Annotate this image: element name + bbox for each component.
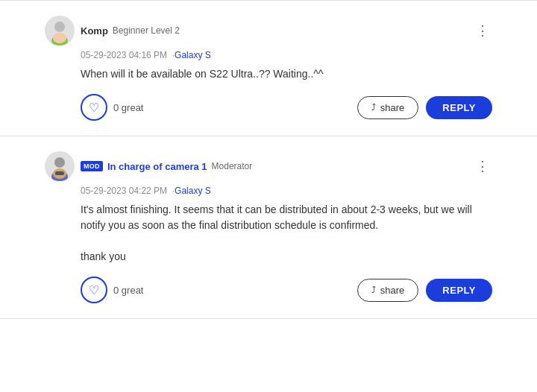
reply-button[interactable]: REPLY: [426, 279, 492, 302]
moderator-label: Moderator: [212, 161, 253, 171]
platform-link[interactable]: Galaxy S: [175, 186, 211, 196]
comment-block: MOD In charge of camera 1 Moderator ⋮ 05…: [0, 136, 537, 319]
like-button[interactable]: ♡: [81, 94, 107, 121]
avatar: [45, 151, 75, 181]
page-container: Komp Beginner Level 2 ⋮ 05-29-2023 04:16…: [0, 0, 537, 392]
share-label: share: [380, 285, 405, 296]
action-buttons: ⤴ share REPLY: [357, 96, 492, 119]
share-icon: ⤴: [371, 285, 376, 295]
comment-header: MOD In charge of camera 1 Moderator ⋮: [45, 151, 492, 181]
avatar: [45, 16, 75, 45]
svg-point-5: [54, 157, 65, 168]
comment-header-left: MOD In charge of camera 1 Moderator: [45, 151, 252, 181]
username: In charge of camera 1: [107, 161, 207, 172]
comment-text-line1: It's almost finishing. It seems that it …: [81, 202, 492, 233]
like-button[interactable]: ♡: [81, 276, 107, 303]
timestamp-line: 05-29-2023 04:22 PM ·Galaxy S: [81, 186, 492, 196]
share-icon: ⤴: [371, 102, 376, 113]
like-count: 0 great: [113, 285, 143, 296]
like-area: ♡ 0 great: [81, 94, 143, 121]
timestamp-line: 05-29-2023 04:16 PM ·Galaxy S: [81, 50, 492, 60]
svg-point-3: [53, 33, 66, 43]
share-button[interactable]: ⤴ share: [357, 96, 419, 119]
share-button[interactable]: ⤴ share: [357, 279, 419, 302]
comment-body: When will it be available on S22 Ultra..…: [81, 66, 492, 82]
comment-body: It's almost finishing. It seems that it …: [81, 202, 492, 265]
username-area: MOD In charge of camera 1 Moderator: [81, 161, 252, 172]
username: Komp: [81, 25, 108, 37]
comment-block: Komp Beginner Level 2 ⋮ 05-29-2023 04:16…: [0, 0, 537, 136]
reply-button[interactable]: REPLY: [426, 96, 492, 119]
username-area: Komp Beginner Level 2: [81, 25, 180, 37]
timestamp: 05-29-2023 04:16 PM: [81, 50, 167, 60]
timestamp: 05-29-2023 04:22 PM: [81, 186, 167, 196]
platform-link[interactable]: Galaxy S: [175, 50, 211, 60]
comment-header: Komp Beginner Level 2 ⋮: [45, 16, 492, 45]
comment-text-line2: thank you: [81, 249, 492, 265]
share-label: share: [380, 102, 405, 113]
svg-rect-8: [55, 171, 64, 175]
svg-point-1: [54, 22, 65, 32]
comment-actions: ♡ 0 great ⤴ share REPLY: [81, 94, 492, 121]
more-options-icon[interactable]: ⋮: [473, 157, 492, 176]
more-options-icon[interactable]: ⋮: [473, 21, 492, 40]
like-count: 0 great: [113, 102, 143, 113]
comment-actions: ♡ 0 great ⤴ share REPLY: [81, 276, 492, 303]
comment-text: When will it be available on S22 Ultra..…: [81, 68, 323, 80]
like-area: ♡ 0 great: [81, 276, 143, 303]
comment-header-left: Komp Beginner Level 2: [45, 16, 180, 45]
action-buttons: ⤴ share REPLY: [357, 279, 492, 302]
mod-badge: MOD: [81, 161, 103, 171]
user-level: Beginner Level 2: [113, 25, 180, 36]
